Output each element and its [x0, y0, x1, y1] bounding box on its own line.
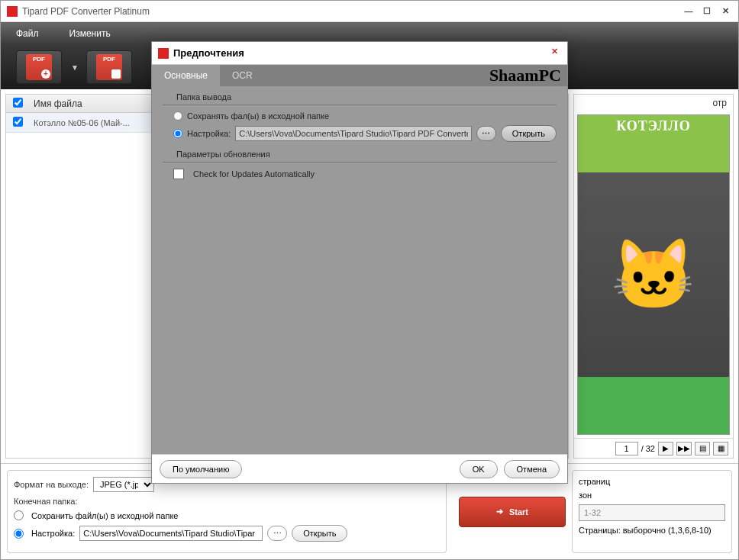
modal-browse-button[interactable]: ⋯ — [476, 126, 496, 141]
magazine-title: КОТЭЛЛО — [578, 118, 729, 134]
preview-label: отр — [574, 95, 733, 111]
update-legend: Параметры обновления — [173, 150, 273, 159]
dialog-titlebar: Предпочтения ✕ — [152, 42, 567, 65]
default-button[interactable]: По умолчанию — [160, 460, 242, 478]
radio-custom-folder[interactable] — [14, 529, 24, 539]
cancel-button[interactable]: Отмена — [504, 460, 560, 478]
last-page-icon[interactable]: ▶▶ — [676, 442, 692, 455]
output-path-input[interactable] — [79, 526, 263, 541]
format-select[interactable]: JPEG (*.jpg) — [93, 477, 154, 492]
radio-custom-label: Настройка: — [31, 529, 75, 538]
dialog-icon — [158, 48, 169, 59]
modal-radio-source[interactable] — [173, 111, 182, 121]
row-filename: Котэлло №05-06 (Май-... — [29, 118, 130, 127]
maximize-button[interactable]: ☐ — [700, 5, 714, 18]
select-all-checkbox[interactable] — [13, 98, 23, 108]
radio-source-label: Сохранить файл(ы) в исходной папке — [31, 511, 178, 520]
range-label: зон — [579, 491, 725, 500]
preview-panel: отр КОТЭЛЛО 🐱 / 32 ▶ ▶▶ ▤ ▦ — [573, 94, 734, 459]
next-page-icon[interactable]: ▶ — [658, 442, 673, 455]
tab-ocr[interactable]: OCR — [220, 65, 265, 86]
thumbnail-view-icon[interactable]: ▤ — [695, 442, 710, 455]
format-label: Формат на выходе: — [14, 480, 89, 489]
open-folder-button[interactable]: Открыть — [292, 525, 347, 542]
start-arrow-icon: ➜ — [496, 507, 503, 517]
app-title: Tipard PDF Converter Platinum — [22, 6, 677, 17]
dialog-body: Папка вывода Сохранять фал(ы) в исходной… — [152, 86, 567, 454]
minimize-button[interactable]: — — [682, 5, 695, 18]
menu-file[interactable]: Файл — [16, 28, 39, 39]
dialog-tabs: Основные OCR ShaamPC — [152, 65, 567, 86]
page-range-input[interactable] — [579, 504, 725, 521]
page-input[interactable] — [615, 442, 638, 455]
check-updates-checkbox[interactable] — [173, 169, 184, 179]
menu-edit[interactable]: Изменить — [69, 28, 111, 39]
start-label: Start — [509, 507, 528, 517]
add-pdf-dropdown-icon[interactable]: ▼ — [71, 63, 79, 72]
dialog-close-icon[interactable]: ✕ — [547, 47, 561, 60]
browse-button[interactable]: ⋯ — [267, 526, 287, 541]
check-updates-label: Check for Updates Automatically — [193, 169, 315, 179]
edit-pdf-button[interactable] — [86, 50, 132, 84]
folder-label: Конечная папка: — [14, 497, 78, 506]
dialog-title: Предпочтения — [173, 47, 547, 59]
update-section: Параметры обновления Check for Updates A… — [163, 154, 557, 179]
watermark-text: ShaamPC — [489, 65, 561, 86]
preview-controls: / 32 ▶ ▶▶ ▤ ▦ — [574, 438, 733, 458]
pages-hint: Страницы: выборочно (1,3,6,8-10) — [579, 526, 725, 535]
modal-open-button[interactable]: Открыть — [501, 125, 557, 142]
output-folder-section: Папка вывода Сохранять фал(ы) в исходной… — [163, 97, 557, 142]
preferences-dialog: Предпочтения ✕ Основные OCR ShaamPC Папк… — [151, 41, 568, 484]
add-pdf-button[interactable]: + — [16, 50, 62, 84]
page-total: / 32 — [641, 444, 655, 453]
dialog-footer: По умолчанию OK Отмена — [152, 454, 567, 483]
modal-radio-source-label: Сохранять фал(ы) в исходной папке — [187, 111, 329, 121]
row-checkbox[interactable] — [13, 117, 23, 127]
radio-source-folder[interactable] — [14, 510, 24, 520]
close-button[interactable]: ✕ — [718, 5, 732, 18]
pages-section-label: страниц — [579, 477, 725, 486]
ok-button[interactable]: OK — [460, 460, 498, 478]
modal-path-input[interactable] — [235, 126, 472, 141]
list-view-icon[interactable]: ▦ — [713, 442, 728, 455]
start-button[interactable]: ➜ Start — [459, 497, 566, 527]
modal-radio-custom-label: Настройка: — [187, 129, 231, 138]
titlebar: Tipard PDF Converter Platinum — ☐ ✕ — [1, 1, 738, 22]
tab-main[interactable]: Основные — [152, 65, 220, 86]
app-icon — [7, 6, 18, 17]
cat-image: 🐱 — [611, 240, 696, 309]
modal-radio-custom[interactable] — [173, 129, 182, 138]
preview-image: КОТЭЛЛО 🐱 — [577, 114, 730, 435]
output-folder-legend: Папка вывода — [173, 92, 234, 101]
page-range-panel: страниц зон Страницы: выборочно (1,3,6,8… — [572, 470, 732, 553]
